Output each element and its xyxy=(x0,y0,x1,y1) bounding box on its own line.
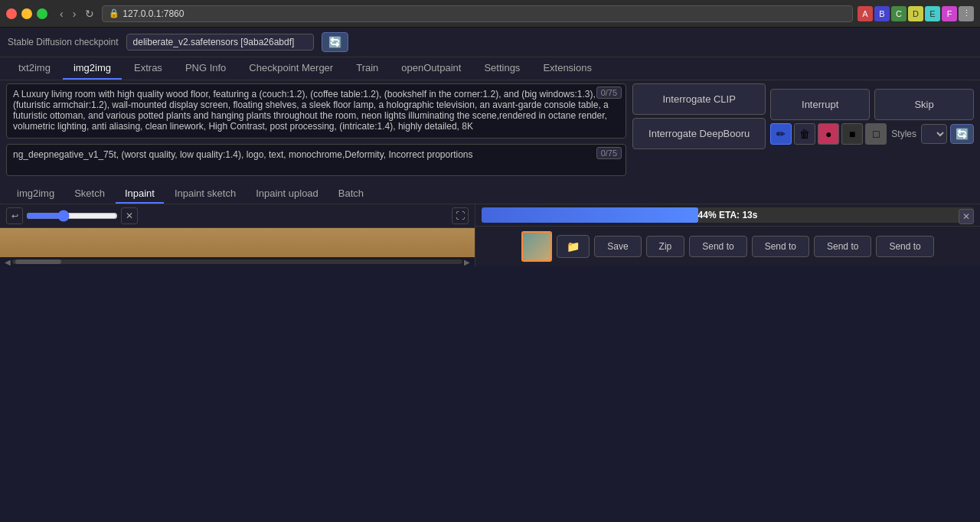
canvas-scrollbar-h[interactable]: ◀ ▶ xyxy=(0,257,475,266)
send-to-btn-4[interactable]: Send to xyxy=(876,236,933,257)
generate-area: Interrogate CLIP Interrogate DeepBooru I… xyxy=(632,83,974,149)
ext-icon-5[interactable]: E xyxy=(925,6,940,21)
sub-tab-inpaint[interactable]: Inpaint xyxy=(116,184,164,204)
ext-icon-1[interactable]: A xyxy=(858,6,873,21)
canvas-area[interactable] xyxy=(0,228,475,257)
main-panels: ↩ ✕ ⛶ ◀ xyxy=(0,204,980,266)
sub-tab-inpaint-sketch[interactable]: Inpaint sketch xyxy=(165,184,245,204)
output-thumb-img xyxy=(523,233,550,260)
interrogate-clip-btn[interactable]: Interrogate CLIP xyxy=(632,83,766,115)
url-text: 127.0.0.1:7860 xyxy=(122,8,184,19)
sub-tab-batch[interactable]: Batch xyxy=(329,184,373,204)
send-to-btn-2[interactable]: Send to xyxy=(752,236,809,257)
prompt-left: A Luxury living room with high quality w… xyxy=(6,83,626,178)
negative-token-count: 0/75 xyxy=(596,147,622,159)
negative-prompt-box: ng_deepnegative_v1_75t, (worst quality, … xyxy=(6,144,626,178)
tab-train[interactable]: Train xyxy=(345,57,389,80)
scrollbar-track-h xyxy=(12,259,462,264)
style-row: ✏ 🗑 ● ■ □ Styles 🔄 xyxy=(770,123,974,145)
canvas-toolbar: ↩ ✕ ⛶ xyxy=(0,204,475,228)
style-icons: ✏ 🗑 ● ■ □ xyxy=(770,123,887,145)
nav-tabs: txt2img img2img Extras PNG Info Checkpoi… xyxy=(0,57,980,80)
progress-bar-area: 44% ETA: 13s xyxy=(475,204,980,226)
tab-img2img[interactable]: img2img xyxy=(63,57,122,80)
browser-min-btn[interactable] xyxy=(21,8,32,19)
ext-icon-6[interactable]: F xyxy=(942,6,957,21)
scroll-right-arrow[interactable]: ▶ xyxy=(462,258,472,266)
styles-select[interactable] xyxy=(921,124,947,144)
tab-png-info[interactable]: PNG Info xyxy=(175,57,237,80)
styles-select-wrap: 🔄 xyxy=(921,124,974,144)
canvas-room-bg xyxy=(0,228,475,257)
back-btn[interactable]: ‹ xyxy=(57,6,67,21)
extensions-bar: A B C D E F ⋮ xyxy=(858,6,974,21)
browser-max-btn[interactable] xyxy=(37,8,47,19)
ext-icon-4[interactable]: D xyxy=(908,6,923,21)
right-panel: 44% ETA: 13s ✕ xyxy=(475,204,980,266)
style-apply-btn[interactable]: 🔄 xyxy=(950,124,974,144)
negative-prompt-input[interactable]: ng_deepnegative_v1_75t, (worst quality, … xyxy=(6,144,626,176)
positive-token-count: 0/75 xyxy=(596,86,622,99)
progress-bar-wrap: 44% ETA: 13s xyxy=(482,207,974,223)
scrollbar-thumb-h[interactable] xyxy=(15,259,61,264)
interrogate-deepbooru-btn[interactable]: Interrogate DeepBooru xyxy=(632,118,766,149)
zip-btn[interactable]: Zip xyxy=(646,236,685,257)
room-floor xyxy=(0,228,475,257)
checkpoint-select[interactable]: deliberate_v2.safetensors [9aba26abdf] xyxy=(126,34,314,51)
interrupt-btn[interactable]: Interrupt xyxy=(770,89,870,120)
left-panel: ↩ ✕ ⛶ ◀ xyxy=(0,204,475,266)
tab-settings[interactable]: Settings xyxy=(473,57,531,80)
checkpoint-label: Stable Diffusion checkpoint xyxy=(8,37,119,47)
sub-tab-sketch[interactable]: Sketch xyxy=(65,184,114,204)
forward-btn[interactable]: › xyxy=(70,6,80,21)
app-container: Stable Diffusion checkpoint deliberate_v… xyxy=(0,28,980,522)
refresh-checkpoint-btn[interactable]: 🔄 xyxy=(322,32,348,52)
browser-chrome: ‹ › ↻ 🔒 127.0.0.1:7860 A B C D E F ⋮ xyxy=(0,0,980,28)
prompt-right: Interrogate CLIP Interrogate DeepBooru I… xyxy=(632,83,974,149)
interrogate-btns: Interrogate CLIP Interrogate DeepBooru xyxy=(632,83,766,149)
address-bar[interactable]: 🔒 127.0.0.1:7860 xyxy=(102,5,853,22)
positive-prompt-input[interactable]: A Luxury living room with high quality w… xyxy=(6,83,626,139)
prompt-area: A Luxury living room with high quality w… xyxy=(0,80,980,181)
canvas-fullscreen-btn[interactable]: ⛶ xyxy=(452,207,469,224)
tab-extras[interactable]: Extras xyxy=(123,57,173,80)
lock-icon: 🔒 xyxy=(109,8,119,18)
sub-tab-img2img[interactable]: img2img xyxy=(8,184,64,204)
open-folder-btn[interactable]: 📁 xyxy=(557,235,590,258)
progress-bar-fill xyxy=(482,207,698,223)
output-bottom-bar: 📁 Save Zip Send to Send to Send to Send … xyxy=(475,226,980,266)
tab-checkpoint-merger[interactable]: Checkpoint Merger xyxy=(238,57,344,80)
browser-close-btn[interactable] xyxy=(6,8,17,19)
browser-nav-buttons: ‹ › ↻ xyxy=(57,6,97,21)
tab-txt2img[interactable]: txt2img xyxy=(8,57,61,80)
reload-btn[interactable]: ↻ xyxy=(82,6,97,21)
send-to-btn-3[interactable]: Send to xyxy=(814,236,871,257)
save-btn[interactable]: Save xyxy=(594,236,641,257)
positive-prompt-box: A Luxury living room with high quality w… xyxy=(6,83,626,141)
style-color1-btn[interactable]: ● xyxy=(818,123,839,145)
progress-text: 44% ETA: 13s xyxy=(698,210,758,220)
canvas-close-btn[interactable]: ✕ xyxy=(121,207,138,224)
scroll-left-arrow[interactable]: ◀ xyxy=(3,258,12,266)
tab-extensions[interactable]: Extensions xyxy=(532,57,603,80)
ext-icon-3[interactable]: C xyxy=(891,6,906,21)
style-trash-btn[interactable]: 🗑 xyxy=(794,123,815,145)
ext-icon-2[interactable]: B xyxy=(874,6,890,21)
style-edit-btn[interactable]: ✏ xyxy=(770,123,792,145)
style-color2-btn[interactable]: ■ xyxy=(841,123,863,145)
brush-size-slider[interactable] xyxy=(26,210,118,222)
send-to-btn-1[interactable]: Send to xyxy=(689,236,746,257)
top-bar: Stable Diffusion checkpoint deliberate_v… xyxy=(0,28,980,57)
skip-btn[interactable]: Skip xyxy=(874,89,974,120)
style-color3-btn[interactable]: □ xyxy=(865,123,887,145)
canvas-reset-btn[interactable]: ↩ xyxy=(6,207,23,224)
sub-tabs: img2img Sketch Inpaint Inpaint sketch In… xyxy=(0,181,980,204)
output-thumbnail[interactable] xyxy=(521,231,552,262)
ext-icon-7[interactable]: ⋮ xyxy=(959,6,974,21)
close-output-btn[interactable]: ✕ xyxy=(959,209,974,224)
styles-label: Styles xyxy=(891,129,916,139)
tab-openoutpaint[interactable]: openOutpaint xyxy=(390,57,472,80)
sub-tab-inpaint-upload[interactable]: Inpaint upload xyxy=(247,184,328,204)
